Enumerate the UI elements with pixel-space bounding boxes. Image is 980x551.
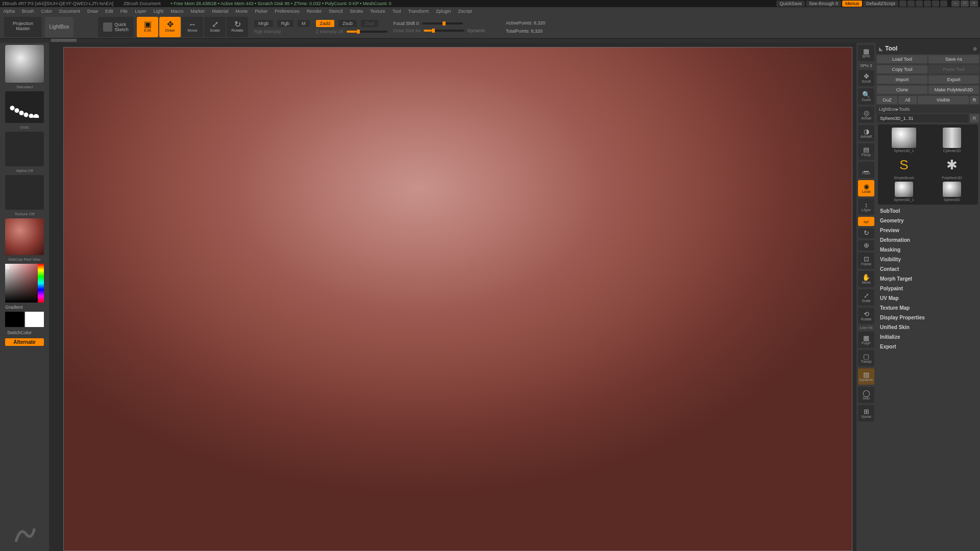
close-button[interactable]: × bbox=[970, 1, 978, 7]
move-mode-button[interactable]: ↔Move bbox=[182, 17, 203, 37]
scale-nav-button[interactable]: ⤢Scale bbox=[858, 289, 874, 306]
local-button[interactable]: ◉Local bbox=[858, 180, 874, 196]
maximize-button[interactable]: □ bbox=[961, 1, 969, 7]
projection-master-button[interactable]: Projection Master bbox=[4, 17, 42, 37]
bpr-button[interactable]: ▦BPR bbox=[858, 45, 874, 61]
persp-button[interactable]: ▤Persp bbox=[858, 143, 874, 160]
menu-macro[interactable]: Macro bbox=[170, 9, 183, 14]
lightbox-tools-label[interactable]: Lightbox▸Tools bbox=[876, 105, 980, 113]
document-canvas[interactable] bbox=[63, 47, 852, 551]
menu-file[interactable]: File bbox=[120, 9, 128, 14]
section-preview[interactable]: Preview bbox=[879, 226, 977, 235]
menu-stroke[interactable]: Stroke bbox=[350, 9, 363, 14]
z-intensity-slider[interactable]: Z Intensity 25 bbox=[316, 29, 387, 34]
section-unified-skin[interactable]: Unified Skin bbox=[879, 323, 977, 332]
tool-thumb-sphere3d-1[interactable]: Sphere3D_1 bbox=[881, 128, 927, 153]
collapse-icon[interactable]: ◣ bbox=[879, 46, 883, 52]
switchcolor-button[interactable]: SwitchColor bbox=[5, 329, 44, 336]
goz-visible-button[interactable]: Visible bbox=[918, 96, 969, 104]
save-as-button[interactable]: Save As bbox=[928, 55, 979, 63]
load-tool-button[interactable]: Load Tool bbox=[877, 55, 927, 63]
menu-alpha[interactable]: Alpha bbox=[3, 9, 15, 14]
rotate-mode-button[interactable]: ↻Rotate bbox=[227, 17, 248, 37]
lightbox-button[interactable]: LightBox bbox=[45, 17, 74, 37]
alternate-button[interactable]: Alternate bbox=[5, 338, 44, 346]
layout-icon-6[interactable] bbox=[940, 1, 947, 7]
menu-light[interactable]: Light bbox=[154, 9, 164, 14]
menu-tool[interactable]: Tool bbox=[393, 9, 401, 14]
menu-layer[interactable]: Layer bbox=[135, 9, 146, 14]
goz-all-button[interactable]: All bbox=[898, 96, 917, 104]
layout-icon-2[interactable] bbox=[908, 1, 915, 7]
menus-toggle[interactable]: Menus bbox=[842, 1, 862, 7]
close-panel-icon[interactable]: ⊗ bbox=[973, 46, 977, 52]
section-deformation[interactable]: Deformation bbox=[879, 236, 977, 244]
menu-picker[interactable]: Picker bbox=[255, 9, 267, 14]
brush-selector[interactable] bbox=[5, 45, 44, 83]
aahalf-button[interactable]: ◑AAHalf bbox=[858, 125, 874, 141]
m-button[interactable]: M bbox=[298, 20, 310, 27]
section-morph-target[interactable]: Morph Target bbox=[879, 274, 977, 283]
layout-icon-1[interactable] bbox=[899, 1, 906, 7]
layout-icon-5[interactable] bbox=[932, 1, 939, 7]
zsub-button[interactable]: Zsub bbox=[338, 20, 357, 27]
tool-r-button[interactable]: R bbox=[970, 114, 979, 122]
menu-edit[interactable]: Edit bbox=[105, 9, 113, 14]
section-visibility[interactable]: Visibility bbox=[879, 255, 977, 264]
zoom-button[interactable]: 🔍Zoom bbox=[858, 88, 874, 105]
copy-tool-button[interactable]: Copy Tool bbox=[877, 65, 927, 73]
spix-slider[interactable]: SPix 3 bbox=[860, 63, 872, 68]
menu-transform[interactable]: Transform bbox=[408, 9, 429, 14]
tool-name-field[interactable]: Sphere3D_1. 31 bbox=[877, 114, 969, 122]
menu-material[interactable]: Material bbox=[212, 9, 228, 14]
dynamic-toggle[interactable]: Dynamic bbox=[468, 28, 485, 33]
mrgb-button[interactable]: Mrgb bbox=[254, 20, 273, 27]
actual-button[interactable]: ◎Actual bbox=[858, 107, 874, 123]
tool-thumb-sphere3d-b[interactable]: Sphere3D_1 bbox=[881, 182, 927, 202]
section-geometry[interactable]: Geometry bbox=[879, 216, 977, 225]
secondary-color-swatch[interactable] bbox=[5, 312, 24, 327]
export-button[interactable]: Export bbox=[928, 76, 979, 84]
menu-marker[interactable]: Marker bbox=[190, 9, 205, 14]
stroke-selector[interactable] bbox=[5, 91, 44, 123]
tool-thumb-cylinder3d[interactable]: Cylinder3D bbox=[929, 128, 975, 153]
section-export[interactable]: Export bbox=[879, 342, 977, 351]
rot-button[interactable]: ↻ bbox=[858, 228, 874, 238]
default-zscript[interactable]: DefaultZScript bbox=[863, 1, 898, 7]
zadd-button[interactable]: Zadd bbox=[316, 20, 335, 27]
scroll-button[interactable]: ✥Scroll bbox=[858, 70, 874, 86]
section-texture-map[interactable]: Texture Map bbox=[879, 304, 977, 312]
dynamic-button[interactable]: ▨Dynamic bbox=[858, 368, 874, 385]
xyz-button[interactable]: xyz bbox=[858, 217, 874, 226]
section-masking[interactable]: Masking bbox=[879, 245, 977, 254]
tool-thumb-sphere3d[interactable]: Sphere3D bbox=[929, 182, 975, 202]
goz-r-button[interactable]: R bbox=[970, 96, 979, 104]
menu-stencil[interactable]: Stencil bbox=[329, 9, 342, 14]
floor-button[interactable]: ▁Floor bbox=[858, 162, 874, 178]
color-picker[interactable] bbox=[5, 264, 44, 303]
section-initialize[interactable]: Initialize bbox=[879, 333, 977, 341]
menu-color[interactable]: Color bbox=[41, 9, 53, 14]
menu-preferences[interactable]: Preferences bbox=[275, 9, 300, 14]
viewport[interactable] bbox=[49, 43, 856, 551]
section-display-properties[interactable]: Display Properties bbox=[879, 313, 977, 322]
frame-button[interactable]: ⊡Frame bbox=[858, 253, 874, 269]
primary-color-swatch[interactable] bbox=[25, 312, 44, 327]
rgb-button[interactable]: Rgb bbox=[277, 20, 294, 27]
draw-mode-button[interactable]: ✥Draw bbox=[159, 17, 181, 37]
menu-zscript[interactable]: Zscript bbox=[458, 9, 472, 14]
menu-texture[interactable]: Texture bbox=[370, 9, 385, 14]
tool-thumb-polymesh3d[interactable]: ✱PolyMesh3D bbox=[929, 155, 975, 180]
scale-mode-button[interactable]: ⤢Scale bbox=[204, 17, 226, 37]
goz-button[interactable]: GoZ bbox=[877, 96, 897, 104]
polyf-button[interactable]: ▦PolyF bbox=[858, 332, 874, 348]
focal-shift-slider[interactable]: Focal Shift 0 bbox=[394, 21, 486, 26]
solo-button[interactable]: ◯Solo bbox=[858, 387, 874, 403]
shelf-scroll[interactable] bbox=[0, 39, 980, 43]
import-button[interactable]: Import bbox=[877, 76, 927, 84]
move-nav-button[interactable]: ✋Move bbox=[858, 271, 874, 287]
alpha-selector[interactable] bbox=[5, 132, 44, 166]
quicksave-button[interactable]: QuickSave bbox=[776, 1, 805, 7]
menu-movie[interactable]: Movie bbox=[235, 9, 248, 14]
paste-tool-button[interactable]: Paste Tool bbox=[928, 65, 979, 73]
